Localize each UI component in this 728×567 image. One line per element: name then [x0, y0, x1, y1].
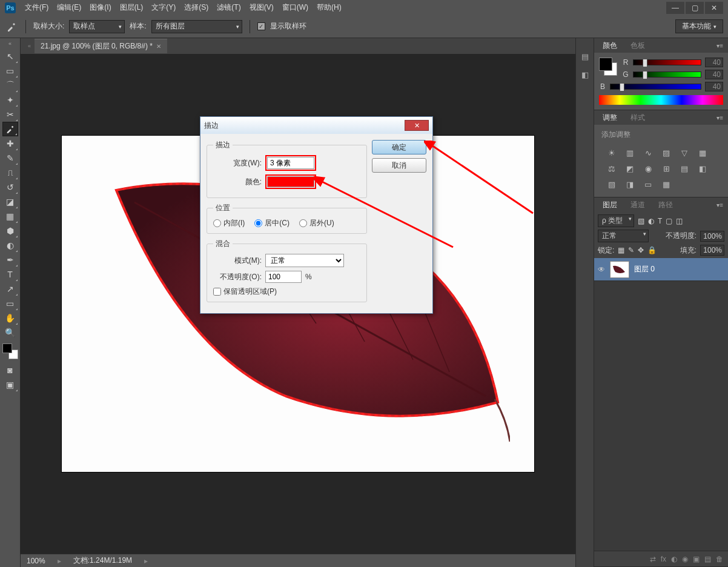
- heal-tool[interactable]: ✚: [2, 136, 18, 151]
- mask-icon[interactable]: ◐: [671, 555, 677, 563]
- filter-image-icon[interactable]: ▧: [638, 217, 644, 225]
- new-layer-icon[interactable]: ▤: [704, 555, 711, 563]
- adjust-threshold-icon[interactable]: ◨: [623, 179, 637, 190]
- swatches-tab[interactable]: 色板: [627, 38, 649, 53]
- adjust-levels-icon[interactable]: ▥: [623, 147, 637, 158]
- menu-help[interactable]: 帮助(H): [317, 2, 342, 13]
- shape-tool[interactable]: ▭: [2, 296, 18, 311]
- adjust-balance-icon[interactable]: ⚖: [605, 163, 618, 174]
- color-tab[interactable]: 颜色: [599, 38, 621, 53]
- menu-filter[interactable]: 滤镜(T): [217, 2, 240, 13]
- adjust-posterize-icon[interactable]: ▧: [605, 179, 618, 190]
- dialog-titlebar[interactable]: 描边 ✕: [200, 117, 432, 134]
- cancel-button[interactable]: 取消: [372, 158, 426, 173]
- filter-smart-icon[interactable]: ◫: [676, 217, 683, 225]
- brush-tool[interactable]: ✎: [2, 151, 18, 165]
- adjust-hue-icon[interactable]: ▦: [696, 147, 709, 158]
- type-tool[interactable]: T: [2, 267, 18, 282]
- fill-value[interactable]: 100%: [700, 245, 724, 256]
- lock-pixels-icon[interactable]: ✎: [628, 246, 634, 254]
- r-value[interactable]: 40: [705, 58, 723, 67]
- width-input[interactable]: [267, 157, 314, 169]
- panel-menu-icon[interactable]: ▾≡: [716, 114, 723, 121]
- adjust-gradient-map-icon[interactable]: ▭: [641, 179, 655, 190]
- path-tool[interactable]: ↗: [2, 282, 18, 296]
- hand-tool[interactable]: ✋: [2, 311, 18, 325]
- mode-select[interactable]: 正常: [265, 254, 344, 267]
- zoom-level[interactable]: 100%: [27, 557, 45, 565]
- layer-thumbnail[interactable]: [610, 261, 629, 278]
- color-swatch[interactable]: [599, 58, 617, 76]
- pos-center-radio[interactable]: 居中(C): [254, 218, 290, 228]
- paths-tab[interactable]: 路径: [655, 197, 677, 213]
- adjust-invert-icon[interactable]: ◧: [696, 163, 709, 174]
- dialog-close-icon[interactable]: ✕: [405, 120, 429, 131]
- pen-tool[interactable]: ✒: [2, 253, 18, 267]
- menu-select[interactable]: 选择(S): [184, 2, 208, 13]
- adjust-photo-filter-icon[interactable]: ◉: [641, 163, 655, 174]
- color-swatch-button[interactable]: [267, 176, 314, 187]
- maximize-button[interactable]: ▢: [686, 2, 704, 14]
- lasso-tool[interactable]: ⌒: [2, 78, 18, 93]
- panel-menu-icon[interactable]: ▾≡: [716, 42, 723, 49]
- menu-window[interactable]: 窗口(W): [282, 2, 308, 13]
- history-brush-tool[interactable]: ↺: [2, 180, 18, 194]
- pos-outside-radio[interactable]: 居外(U): [299, 218, 334, 228]
- menu-file[interactable]: 文件(F): [25, 2, 48, 13]
- lock-trans-icon[interactable]: ▦: [618, 246, 624, 254]
- preserve-checkbox[interactable]: 保留透明区域(P): [213, 287, 360, 297]
- crop-tool[interactable]: ✂: [2, 107, 18, 122]
- r-slider[interactable]: [633, 59, 701, 65]
- sample-dropdown[interactable]: 所有图层: [151, 20, 242, 33]
- adjust-brightness-icon[interactable]: ☀: [605, 147, 618, 158]
- adjust-channel-mixer-icon[interactable]: ⊞: [660, 163, 673, 174]
- wand-tool[interactable]: ✦: [2, 93, 18, 107]
- move-tool[interactable]: ↖: [2, 49, 18, 64]
- document-tab[interactable]: 21.jpg @ 100% (图层 0, RGB/8#) *✕: [35, 39, 167, 53]
- adjust-lookup-icon[interactable]: ▤: [678, 163, 691, 174]
- layers-tab[interactable]: 图层: [599, 197, 621, 213]
- menu-image[interactable]: 图像(I): [90, 2, 111, 13]
- dialog-opacity-input[interactable]: [265, 271, 302, 283]
- zoom-tool[interactable]: 🔍: [2, 325, 18, 340]
- styles-tab[interactable]: 样式: [627, 110, 649, 125]
- filter-adjust-icon[interactable]: ◐: [648, 217, 654, 225]
- group-icon[interactable]: ▣: [693, 555, 700, 563]
- marquee-tool[interactable]: ▭: [2, 64, 18, 78]
- link-icon[interactable]: ⇄: [650, 555, 656, 563]
- ok-button[interactable]: 确定: [372, 140, 426, 154]
- eyedropper-tool[interactable]: [2, 122, 18, 136]
- menu-type[interactable]: 文字(Y): [151, 2, 176, 13]
- layers-list[interactable]: 👁 图层 0: [594, 258, 728, 551]
- pos-inside-radio[interactable]: 内部(I): [213, 218, 245, 228]
- minimize-button[interactable]: —: [666, 2, 684, 14]
- tools-collapse[interactable]: «: [0, 41, 20, 47]
- foreground-background-swatch[interactable]: [2, 343, 18, 359]
- adjustments-tab[interactable]: 调整: [599, 110, 621, 125]
- lock-all-icon[interactable]: 🔒: [647, 246, 657, 254]
- blur-tool[interactable]: ⬢: [2, 224, 18, 238]
- show-ring-checkbox[interactable]: ✓: [257, 22, 265, 30]
- adjust-selective-icon[interactable]: ▦: [660, 179, 673, 190]
- opacity-value[interactable]: 100%: [700, 231, 724, 242]
- menu-edit[interactable]: 编辑(E): [57, 2, 81, 13]
- filter-shape-icon[interactable]: ▢: [666, 217, 672, 225]
- layer-filter-dropdown[interactable]: ρ 类型: [598, 214, 634, 227]
- close-tab-icon[interactable]: ✕: [156, 43, 161, 50]
- active-tool-eyedropper-icon[interactable]: [5, 20, 18, 33]
- dodge-tool[interactable]: ◐: [2, 238, 18, 253]
- adjust-exposure-icon[interactable]: ▨: [660, 147, 673, 158]
- g-slider[interactable]: [633, 71, 701, 78]
- layer-row[interactable]: 👁 图层 0: [594, 258, 728, 281]
- screenmode-tool[interactable]: ▣: [2, 377, 18, 392]
- channels-tab[interactable]: 通道: [627, 197, 649, 213]
- visibility-icon[interactable]: 👁: [598, 265, 605, 274]
- b-slider[interactable]: [610, 84, 701, 90]
- layer-name[interactable]: 图层 0: [634, 264, 655, 274]
- menu-layer[interactable]: 图层(L): [120, 2, 144, 13]
- menu-view[interactable]: 视图(V): [250, 2, 274, 13]
- lock-pos-icon[interactable]: ✥: [638, 246, 644, 254]
- adjust-curves-icon[interactable]: ∿: [641, 147, 655, 158]
- properties-panel-icon[interactable]: ◧: [579, 68, 591, 81]
- g-value[interactable]: 40: [705, 70, 723, 79]
